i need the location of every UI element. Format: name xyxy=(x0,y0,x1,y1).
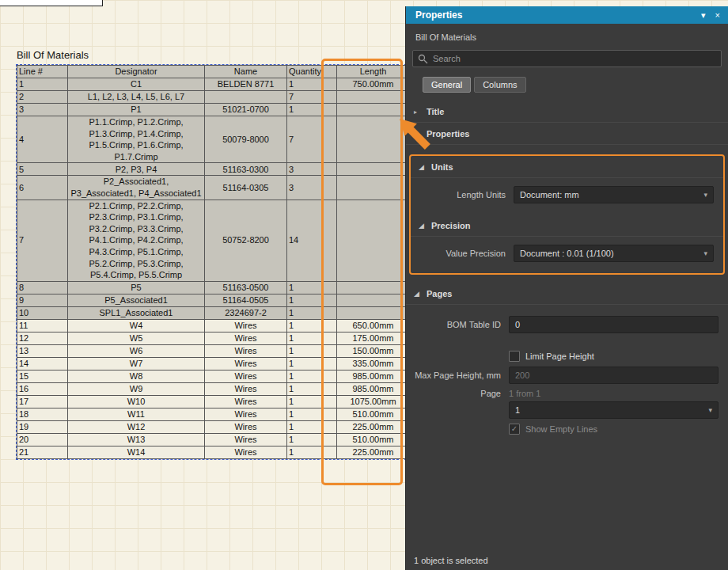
table-row[interactable]: 2L1, L2, L3, L4, L5, L6, L77 xyxy=(17,91,410,104)
table-row[interactable]: 17W10Wires11075.00mm xyxy=(17,395,410,408)
cell-length: 150.00mm xyxy=(337,344,410,357)
cell-name: 2324697-2 xyxy=(205,306,287,319)
cell-length: 225.00mm xyxy=(337,420,410,433)
table-row[interactable]: 10SPL1_Associated12324697-21 xyxy=(17,306,410,319)
section-title[interactable]: ▸ Title xyxy=(406,101,728,123)
table-row[interactable]: 5P2, P3, P451163-03003 xyxy=(17,163,410,176)
length-units-label: Length Units xyxy=(411,190,514,200)
cell-line: 4 xyxy=(17,116,68,163)
cell-quantity: 3 xyxy=(287,163,337,176)
panel-menu-icon[interactable]: ▾ xyxy=(701,6,706,24)
bom-table-id-input[interactable]: 0 xyxy=(509,316,719,333)
search-placeholder: Search xyxy=(433,54,461,63)
table-row[interactable]: 15W8Wires1985.00mm xyxy=(17,370,410,382)
cell-designator: W13 xyxy=(68,433,205,446)
cell-quantity: 14 xyxy=(287,200,337,281)
table-row[interactable]: 14W7Wires1335.00mm xyxy=(17,357,410,370)
table-row[interactable]: 16W9Wires1985.00mm xyxy=(17,382,410,395)
cell-name: Wires xyxy=(205,382,287,395)
cell-line: 17 xyxy=(17,395,68,408)
cell-name: Wires xyxy=(205,344,287,357)
cell-quantity: 1 xyxy=(287,104,337,116)
table-row[interactable]: 20W13Wires1510.00mm xyxy=(17,433,410,446)
search-input[interactable]: Search xyxy=(412,50,722,67)
table-row[interactable]: 18W11Wires1510.00mm xyxy=(17,408,410,420)
table-row[interactable]: 9P5_Associated151164-05051 xyxy=(17,294,410,306)
units-precision-highlight: ◢ Units Length Units Document: mm ▾ ◢ Pr… xyxy=(409,154,725,275)
cell-quantity: 7 xyxy=(287,116,337,163)
column-header-4: Length xyxy=(337,66,410,78)
cell-line: 16 xyxy=(17,382,68,395)
cell-line: 12 xyxy=(17,332,68,344)
triangle-expanded-icon: ◢ xyxy=(414,290,421,298)
table-row[interactable]: 7P2.1.Crimp, P2.2.Crimp, P2.3.Crimp, P3.… xyxy=(17,200,410,281)
table-row[interactable]: 11W4Wires1650.00mm xyxy=(17,319,410,332)
cell-name: Wires xyxy=(205,332,287,344)
cell-length: 985.00mm xyxy=(337,370,410,382)
cell-quantity: 1 xyxy=(287,395,337,408)
cell-length: 510.00mm xyxy=(337,408,410,420)
value-precision-label: Value Precision xyxy=(411,249,514,258)
cell-quantity: 1 xyxy=(287,357,337,370)
cell-quantity: 1 xyxy=(287,78,337,91)
table-row[interactable]: 8P551163-05001 xyxy=(17,281,410,294)
length-units-select[interactable]: Document: mm ▾ xyxy=(514,186,714,203)
table-row[interactable]: 13W6Wires1150.00mm xyxy=(17,344,410,357)
bom-title: Bill Of Materials xyxy=(17,49,89,61)
cell-length xyxy=(337,91,410,104)
limit-page-height-label: Limit Page Height xyxy=(525,352,594,361)
properties-panel: Properties ▾ × Bill Of Materials Search … xyxy=(405,6,728,570)
cell-designator: SPL1_Associated1 xyxy=(68,306,205,319)
table-row[interactable]: 21W14Wires1225.00mm xyxy=(17,446,410,458)
close-icon[interactable]: × xyxy=(715,6,720,24)
cell-name: Wires xyxy=(205,433,287,446)
tab-columns[interactable]: Columns xyxy=(474,77,525,93)
max-page-height-input[interactable]: 200 xyxy=(509,367,719,384)
column-header-3: Quantity xyxy=(287,66,337,78)
table-row[interactable]: 6P2_Associated1, P3_Associated1, P4_Asso… xyxy=(17,176,410,200)
section-units[interactable]: ◢ Units xyxy=(411,156,723,178)
page-info: 1 from 1 xyxy=(509,389,719,398)
table-row[interactable]: 19W12Wires1225.00mm xyxy=(17,420,410,433)
cell-name: 51021-0700 xyxy=(205,104,287,116)
panel-title: Properties xyxy=(415,6,462,24)
chevron-down-icon: ▾ xyxy=(703,191,707,199)
bom-table-body: 1C1BELDEN 87711750.00mm2L1, L2, L3, L4, … xyxy=(17,78,410,459)
cell-name: 51164-0305 xyxy=(205,176,287,200)
show-empty-lines-checkbox[interactable]: ✓ xyxy=(509,424,520,435)
cell-quantity: 1 xyxy=(287,420,337,433)
cell-length: 510.00mm xyxy=(337,433,410,446)
cell-length: 335.00mm xyxy=(337,357,410,370)
section-properties[interactable]: ▸ Properties xyxy=(406,123,728,145)
bom-table-id-label: BOM Table ID xyxy=(406,320,509,329)
limit-page-height-checkbox[interactable] xyxy=(509,351,520,362)
page-select[interactable]: 1 ▾ xyxy=(509,401,719,419)
value-precision-value: Document : 0.01 (1/100) xyxy=(520,249,700,258)
chevron-right-icon: ▸ xyxy=(414,108,421,116)
cell-quantity: 7 xyxy=(287,91,337,104)
cell-length: 175.00mm xyxy=(337,332,410,344)
cell-length xyxy=(337,163,410,176)
table-row[interactable]: 12W5Wires1175.00mm xyxy=(17,332,410,344)
page-label: Page xyxy=(406,389,509,398)
cell-designator: P5_Associated1 xyxy=(68,294,205,306)
bom-table[interactable]: Line #DesignatorNameQuantityLength 1C1BE… xyxy=(16,64,411,460)
section-precision[interactable]: ◢ Precision xyxy=(411,215,723,237)
bom-table-id-value: 0 xyxy=(515,320,520,329)
table-row[interactable]: 4P1.1.Crimp, P1.2.Crimp, P1.3.Crimp, P1.… xyxy=(17,116,410,163)
section-pages[interactable]: ◢ Pages xyxy=(406,283,728,305)
cell-quantity: 1 xyxy=(287,281,337,294)
table-row[interactable]: 3P151021-07001 xyxy=(17,104,410,116)
cell-quantity: 3 xyxy=(287,176,337,200)
value-precision-select[interactable]: Document : 0.01 (1/100) ▾ xyxy=(514,245,714,262)
cell-line: 5 xyxy=(17,163,68,176)
show-empty-lines-label: Show Empty Lines xyxy=(525,424,597,434)
tab-general[interactable]: General xyxy=(423,77,471,93)
app-window: Bill Of Materials Line #DesignatorNameQu… xyxy=(0,0,728,570)
column-header-1: Designator xyxy=(68,66,205,78)
cell-length xyxy=(337,294,410,306)
triangle-expanded-icon: ◢ xyxy=(419,222,426,230)
table-row[interactable]: 1C1BELDEN 87711750.00mm xyxy=(17,78,410,91)
cell-name: Wires xyxy=(205,408,287,420)
cell-designator: W14 xyxy=(68,446,205,458)
